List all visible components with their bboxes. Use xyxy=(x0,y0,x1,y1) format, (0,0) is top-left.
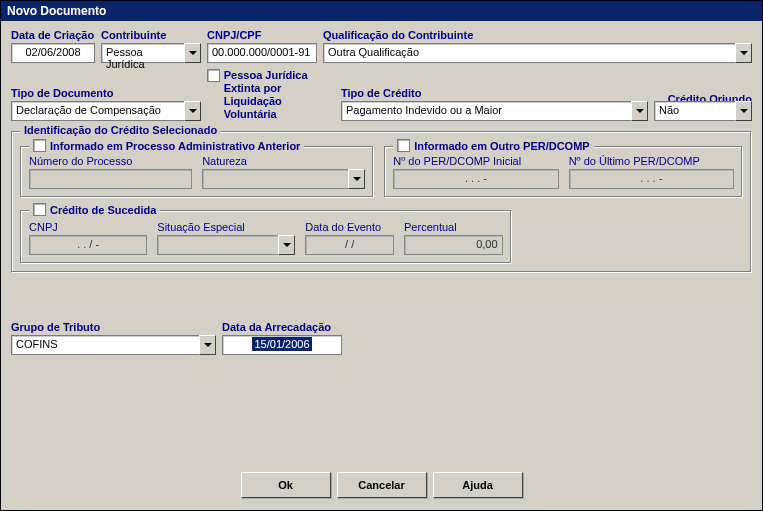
tipo-credito-select[interactable]: Pagamento Indevido ou a Maior xyxy=(341,101,648,121)
credito-oriundo-value: Não xyxy=(654,101,735,121)
ok-button[interactable]: Ok xyxy=(241,472,331,498)
ident-group: Identificação do Crédito Selecionado Inf… xyxy=(11,131,752,273)
help-button[interactable]: Ajuda xyxy=(433,472,523,498)
pj-extinta-checkbox[interactable] xyxy=(207,69,220,82)
sucedida-situacao-value xyxy=(157,235,278,255)
sucedida-data-evento-label: Data do Evento xyxy=(305,221,394,233)
chevron-down-icon[interactable] xyxy=(184,43,201,63)
window: Novo Documento Data de Criação 02/06/200… xyxy=(0,0,763,511)
chevron-down-icon[interactable] xyxy=(735,43,752,63)
per-inicial-label: Nº do PER/DCOMP Inicial xyxy=(393,155,558,167)
sucedida-checkbox[interactable] xyxy=(33,203,46,216)
natureza-value xyxy=(202,169,348,189)
sucedida-legend-text: Crédito de Sucedida xyxy=(50,204,156,216)
numero-processo-input xyxy=(29,169,192,189)
grupo-tributo-value: COFINS xyxy=(11,335,199,355)
per-inicial-input: . . . - xyxy=(393,169,558,189)
chevron-down-icon[interactable] xyxy=(184,101,201,121)
sucedida-percentual-label: Percentual xyxy=(404,221,503,233)
outro-per-legend: Informado em Outro PER/DCOMP xyxy=(393,139,593,152)
sucedida-situacao-label: Situação Especial xyxy=(157,221,295,233)
tipo-doc-label: Tipo de Documento xyxy=(11,87,201,99)
outro-per-checkbox[interactable] xyxy=(397,139,410,152)
contribuinte-value: Pessoa Jurídica xyxy=(101,43,184,63)
data-criacao-label: Data de Criação xyxy=(11,29,95,41)
processo-anterior-group: Informado em Processo Administrativo Ant… xyxy=(20,146,374,198)
row-basic: Data de Criação 02/06/2008 Contribuinte … xyxy=(11,29,752,63)
sucedida-legend: Crédito de Sucedida xyxy=(29,203,160,216)
ident-legend: Identificação do Crédito Selecionado xyxy=(20,124,221,136)
form-content: Data de Criação 02/06/2008 Contribuinte … xyxy=(1,21,762,369)
cnpj-input[interactable]: 00.000.000/0001-91 xyxy=(207,43,317,63)
chevron-down-icon[interactable] xyxy=(735,101,752,121)
proc-anterior-checkbox[interactable] xyxy=(33,139,46,152)
data-criacao-input[interactable]: 02/06/2008 xyxy=(11,43,95,63)
data-arrecad-label: Data da Arrecadação xyxy=(222,321,342,333)
data-arrecad-input[interactable]: 15/01/2006 xyxy=(222,335,342,355)
tipo-credito-label: Tipo de Crédito xyxy=(341,87,648,99)
tipo-doc-value: Declaração de Compensação xyxy=(11,101,184,121)
data-arrecad-value: 15/01/2006 xyxy=(252,337,311,351)
chevron-down-icon[interactable] xyxy=(199,335,216,355)
outro-per-legend-text: Informado em Outro PER/DCOMP xyxy=(414,140,589,152)
per-ultimo-input: . . . - xyxy=(569,169,734,189)
button-bar: Ok Cancelar Ajuda xyxy=(1,472,762,498)
qualificacao-value: Outra Qualificação xyxy=(323,43,735,63)
pj-extinta-l1: Pessoa Jurídica xyxy=(224,69,308,81)
natureza-label: Natureza xyxy=(202,155,365,167)
ident-inner-row: Informado em Processo Administrativo Ant… xyxy=(20,142,743,198)
sucedida-situacao-select xyxy=(157,235,295,255)
tipo-credito-value: Pagamento Indevido ou a Maior xyxy=(341,101,631,121)
tipo-doc-select[interactable]: Declaração de Compensação xyxy=(11,101,201,121)
grupo-tributo-select[interactable]: COFINS xyxy=(11,335,216,355)
pj-extinta-l3: Liquidação Voluntária xyxy=(224,95,282,120)
sucedida-group: Crédito de Sucedida CNPJ . . / - Situaçã… xyxy=(20,210,512,264)
sucedida-cnpj-input: . . / - xyxy=(29,235,147,255)
sucedida-cnpj-label: CNPJ xyxy=(29,221,147,233)
contribuinte-select[interactable]: Pessoa Jurídica xyxy=(101,43,201,63)
sucedida-data-evento-input: / / xyxy=(305,235,394,255)
credito-oriundo-select[interactable]: Não xyxy=(654,101,752,121)
contribuinte-label: Contribuinte xyxy=(101,29,201,41)
pj-extinta-label: Pessoa Jurídica Extinta por Liquidação V… xyxy=(224,69,335,121)
outro-per-group: Informado em Outro PER/DCOMP Nº do PER/D… xyxy=(384,146,743,198)
per-ultimo-label: Nº do Último PER/DCOMP xyxy=(569,155,734,167)
numero-processo-label: Número do Processo xyxy=(29,155,192,167)
chevron-down-icon[interactable] xyxy=(631,101,648,121)
qualificacao-label: Qualificação do Contribuinte xyxy=(323,29,752,41)
qualificacao-select[interactable]: Outra Qualificação xyxy=(323,43,752,63)
pj-extinta-l2: Extinta por xyxy=(224,82,281,94)
cancel-button[interactable]: Cancelar xyxy=(337,472,427,498)
chevron-down-icon xyxy=(348,169,365,189)
grupo-tributo-label: Grupo de Tributo xyxy=(11,321,216,333)
proc-anterior-legend: Informado em Processo Administrativo Ant… xyxy=(29,139,304,152)
sucedida-percentual-input: 0,00 xyxy=(404,235,503,255)
row-tipo: Tipo de Documento Declaração de Compensa… xyxy=(11,69,752,121)
window-title: Novo Documento xyxy=(1,1,762,21)
natureza-select xyxy=(202,169,365,189)
proc-anterior-legend-text: Informado em Processo Administrativo Ant… xyxy=(50,140,300,152)
chevron-down-icon xyxy=(278,235,295,255)
row-bottom: Grupo de Tributo COFINS Data da Arrecada… xyxy=(11,321,752,355)
cnpj-label: CNPJ/CPF xyxy=(207,29,317,41)
